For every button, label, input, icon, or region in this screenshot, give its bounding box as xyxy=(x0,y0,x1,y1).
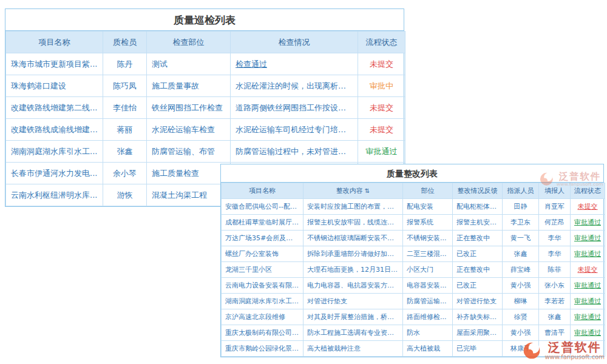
cell-flow-status[interactable]: 未提交 xyxy=(358,97,405,119)
cell-feedback: 已改正 xyxy=(453,246,503,262)
cell-assignee: 黄一飞 xyxy=(503,231,539,246)
cell-inspect-situation[interactable]: 检查通过 xyxy=(231,53,358,75)
cell-rectify-content: 高大植被栽种注意 xyxy=(304,341,403,357)
quality-rectification-table: 质量整改列表 项目名称 整改内容⇅ 部位 整改情况反馈 指派人员 填报人 流程状… xyxy=(220,164,604,357)
cell-project-name[interactable]: 改建铁路线增建第二线... xyxy=(6,97,103,119)
cell-part: 不锈钢安装... xyxy=(403,231,453,246)
cell-reporter: 何芷昂 xyxy=(539,215,571,231)
cell-part: 路面维修检... xyxy=(403,309,453,325)
cell-feedback: 正在整改中 xyxy=(453,231,503,246)
watermark-url: www.fanpusoft.com xyxy=(544,354,605,360)
cell-flow-status[interactable]: 审批通过 xyxy=(571,278,605,294)
cell-inspect-part: 测试 xyxy=(147,53,231,75)
cell-project-name[interactable]: 珠海鹤港口建设 xyxy=(6,75,103,97)
inspection-col-inspector: 质检员 xyxy=(103,32,147,53)
rectification-col-content-label: 整改内容 xyxy=(336,187,363,195)
cell-inspect-situation[interactable]: 水泥砼灌注的时候，出现离析现象 xyxy=(231,75,358,97)
inspection-table-title: 质量巡检列表 xyxy=(5,9,404,31)
cell-feedback: 已改正 xyxy=(453,278,503,294)
rectification-col-project-name: 项目名称 xyxy=(222,183,304,199)
cell-flow-status[interactable]: 未提交 xyxy=(571,262,605,278)
cell-flow-status[interactable]: 审批通过 xyxy=(571,246,605,262)
cell-flow-status[interactable]: 审批中 xyxy=(358,75,405,97)
cell-reporter: 肖亚军 xyxy=(539,199,571,215)
cell-flow-status[interactable]: 审批通过 xyxy=(571,215,605,231)
watermark-brand: 泛普软件 xyxy=(548,340,602,354)
cell-inspect-situation[interactable]: 防腐管运输过程中，未对管进行... xyxy=(231,141,358,163)
cell-inspect-situation[interactable]: 水泥砼运输车司机经过专门培训... xyxy=(231,119,358,141)
cell-rectify-content: 对其及时开展整治措施，桥头... xyxy=(304,309,403,325)
cell-inspector: 李佳怡 xyxy=(103,97,147,119)
cell-flow-status[interactable]: 未提交 xyxy=(358,53,405,75)
rectification-col-content[interactable]: 整改内容⇅ xyxy=(304,183,403,199)
cell-inspect-part: 混凝土沟渠工程 xyxy=(147,184,231,206)
cell-rectify-content: 对管进行垫支 xyxy=(304,294,403,309)
sort-icon[interactable]: ⇅ xyxy=(365,187,370,194)
cell-inspect-situation[interactable]: 道路两侧铁丝网围挡工作按设计... xyxy=(231,97,358,119)
cell-project-name[interactable]: 螺丝厂办公室装饰 xyxy=(222,246,304,262)
cell-flow-status[interactable]: 未提交 xyxy=(358,119,405,141)
fanpu-logo-icon xyxy=(539,171,554,186)
watermark: 泛普软件 www.fanpusoft.com xyxy=(522,340,605,360)
table-row: 珠海市城市更新项目紫...陈丹测试检查通过未提交 xyxy=(6,53,405,75)
table-row: 安徽合肥供电公司--配电设备...安装时应按施工图的布置，将...配电安装配电柜… xyxy=(222,199,605,215)
cell-part: 防水 xyxy=(403,325,453,341)
rectification-table: 项目名称 整改内容⇅ 部位 整改情况反馈 指派人员 填报人 流程状态 安徽合肥供… xyxy=(221,183,605,357)
cell-feedback: 补齐缺失标志... xyxy=(453,309,503,325)
cell-project-name[interactable]: 成都杜甫草堂临时展厅独立展... xyxy=(222,215,304,231)
cell-inspector: 蒋丽 xyxy=(103,119,147,141)
cell-inspect-part: 防腐管运输、布管 xyxy=(147,141,231,163)
fanpu-logo-icon xyxy=(522,341,541,360)
cell-flow-status[interactable]: 审批通过 xyxy=(571,325,605,341)
cell-part: 二至三楼混... xyxy=(403,246,453,262)
table-row: 湖南洞庭湖水库引水工...张鑫防腐管运输、布管防腐管运输过程中，未对管进行...… xyxy=(6,141,405,163)
cell-part: 小区大门 xyxy=(403,262,453,278)
table-row: 改建铁路线成渝线增建第...蒋丽水泥砼运输车检查水泥砼运输车司机经过专门培训..… xyxy=(6,119,405,141)
cell-flow-status[interactable]: 审批通过 xyxy=(571,309,605,325)
cell-reporter: 李华 xyxy=(539,231,571,246)
cell-reporter: 曹清平 xyxy=(539,325,571,341)
cell-project-name[interactable]: 安徽合肥供电公司--配电设备... xyxy=(222,199,304,215)
watermark-faint: 泛普软件 www.fanpusoft.com xyxy=(539,171,603,187)
cell-inspector: 陈丹 xyxy=(103,53,147,75)
cell-assignee: 薛宝峰 xyxy=(503,262,539,278)
inspection-header-row: 项目名称 质检员 检查部位 检查情况 流程状态 xyxy=(6,32,405,53)
cell-inspect-part: 铁丝网围挡工作检查 xyxy=(147,97,231,119)
cell-project-name[interactable]: 云南电力设备安装有限公司20... xyxy=(222,278,304,294)
inspection-col-flow-status: 流程状态 xyxy=(358,32,405,53)
cell-project-name[interactable]: 湖南洞庭湖水库引水工程施工标 xyxy=(222,294,304,309)
table-row: 成都杜甫草堂临时展厅独立展...报警主机安放牢固，线缆连接...报警系统报警主机… xyxy=(222,215,605,231)
cell-part: 电容器安装... xyxy=(403,278,453,294)
cell-assignee: 张鑫 xyxy=(503,246,539,262)
cell-project-name[interactable]: 龙湖三千里小区 xyxy=(222,262,304,278)
cell-inspector: 陈巧凤 xyxy=(103,75,147,97)
cell-feedback: 已完毕 xyxy=(453,341,503,357)
watermark-text: 泛普软件 www.fanpusoft.com xyxy=(557,171,603,187)
cell-flow-status[interactable]: 审批通过 xyxy=(358,141,405,163)
cell-project-name[interactable]: 长春市伊通河水力发电... xyxy=(6,163,103,184)
inspection-col-situation: 检查情况 xyxy=(231,32,358,53)
cell-flow-status[interactable]: 审批通过 xyxy=(571,294,605,309)
cell-flow-status[interactable]: 未提交 xyxy=(571,199,605,215)
cell-project-name[interactable]: 珠海市城市更新项目紫... xyxy=(6,53,103,75)
table-row: 螺丝厂办公室装饰拆除到承重墙部分请做好加固...二至三楼混...已改正张鑫李华审… xyxy=(222,246,605,262)
cell-project-name[interactable]: 改建铁路线成渝线增建第... xyxy=(6,119,103,141)
cell-reporter: 张鑫 xyxy=(539,309,571,325)
cell-project-name[interactable]: 重庆太极制药有限公司毫州中... xyxy=(222,325,304,341)
cell-project-name[interactable]: 京沪高速北京段维修 xyxy=(222,309,304,325)
inspection-col-inspect-part: 检查部位 xyxy=(147,32,231,53)
cell-rectify-content: 大理石地面更换，12月31日之... xyxy=(304,262,403,278)
table-row: 湖南洞庭湖水库引水工程施工标对管进行垫支防腐管运输...对管进行垫支柳琳李若若审… xyxy=(222,294,605,309)
cell-feedback: 正在整改中 xyxy=(453,262,503,278)
cell-inspect-part: 施工质量检查 xyxy=(147,163,231,184)
cell-rectify-content: 防水工程施工选调有专业资质... xyxy=(304,325,403,341)
cell-project-name[interactable]: 云南水利枢纽潜明水库... xyxy=(6,184,103,206)
cell-project-name[interactable]: 湖南洞庭湖水库引水工... xyxy=(6,141,103,163)
cell-inspector: 游恢 xyxy=(103,184,147,206)
cell-flow-status[interactable]: 审批通过 xyxy=(571,231,605,246)
cell-project-name[interactable]: 重庆市鹅岭公园绿化景观提升... xyxy=(222,341,304,357)
cell-project-name[interactable]: 万达广场35#会所及咖啡厅空... xyxy=(222,231,304,246)
rectification-col-assignee: 指派人员 xyxy=(503,183,539,199)
rectification-col-part: 部位 xyxy=(403,183,453,199)
cell-feedback: 报警主机安放... xyxy=(453,215,503,231)
